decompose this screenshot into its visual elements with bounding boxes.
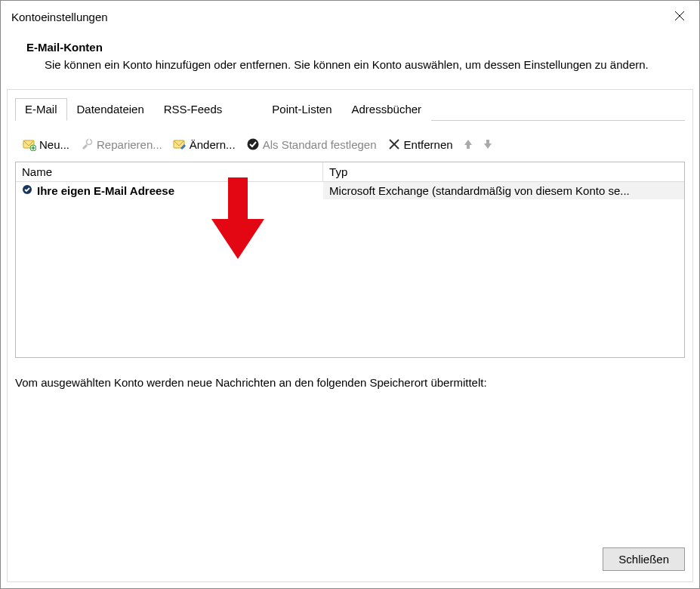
tab-rss[interactable]: RSS-Feeds <box>154 98 233 121</box>
tab-addressbooks[interactable]: Adressbücher <box>342 98 432 121</box>
tab-bar: E-Mail Datendateien RSS-Feeds Point-List… <box>15 97 685 121</box>
tab-datafiles[interactable]: Datendateien <box>67 98 154 121</box>
tab-email[interactable]: E-Mail <box>15 98 67 121</box>
checkmark-circle-icon <box>246 137 260 151</box>
close-window-button[interactable] <box>671 7 689 27</box>
move-up-button <box>461 137 476 152</box>
change-button[interactable]: Ändern... <box>170 136 239 153</box>
move-down-button <box>480 137 495 152</box>
change-button-label: Ändern... <box>190 138 236 151</box>
default-account-icon <box>22 184 32 197</box>
close-icon <box>674 10 686 22</box>
delivery-location-text: Vom ausgewählten Konto werden neue Nachr… <box>15 376 685 389</box>
toolbar: Neu... Reparieren... <box>15 134 685 162</box>
window-title: Kontoeinstellungen <box>11 11 108 23</box>
arrow-up-icon <box>462 138 474 150</box>
remove-button[interactable]: Entfernen <box>384 136 456 153</box>
remove-button-label: Entfernen <box>404 138 453 151</box>
close-dialog-button[interactable]: Schließen <box>603 547 685 571</box>
accounts-table: Name Typ Ihre eigen E-Mail Adreese Micro… <box>15 162 685 358</box>
set-default-button: Als Standard festlegen <box>243 136 380 153</box>
change-icon <box>173 137 187 151</box>
svg-rect-7 <box>88 139 90 141</box>
tab-sharepoint[interactable]: Point-Listen <box>232 98 341 121</box>
column-header-type[interactable]: Typ <box>323 162 684 181</box>
repair-button-label: Reparieren... <box>97 138 162 151</box>
new-mail-icon <box>23 137 36 151</box>
svg-point-9 <box>247 139 258 150</box>
header-description: Sie können ein Konto hinzufügen oder ent… <box>45 58 674 71</box>
repair-icon <box>80 137 94 151</box>
set-default-button-label: Als Standard festlegen <box>263 138 377 151</box>
accounts-header-row: Name Typ <box>16 162 684 182</box>
arrow-down-icon <box>482 138 494 150</box>
account-row[interactable]: Ihre eigen E-Mail Adreese Microsoft Exch… <box>16 182 684 199</box>
new-button-label: Neu... <box>39 138 69 151</box>
account-name: Ihre eigen E-Mail Adreese <box>37 184 174 197</box>
account-type: Microsoft Exchange (standardmäßig von di… <box>323 182 684 199</box>
header-title: E-Mail-Konten <box>26 41 674 54</box>
new-button[interactable]: Neu... <box>20 136 72 153</box>
remove-icon <box>387 137 401 151</box>
repair-button: Reparieren... <box>77 136 165 153</box>
column-header-name[interactable]: Name <box>16 162 323 181</box>
